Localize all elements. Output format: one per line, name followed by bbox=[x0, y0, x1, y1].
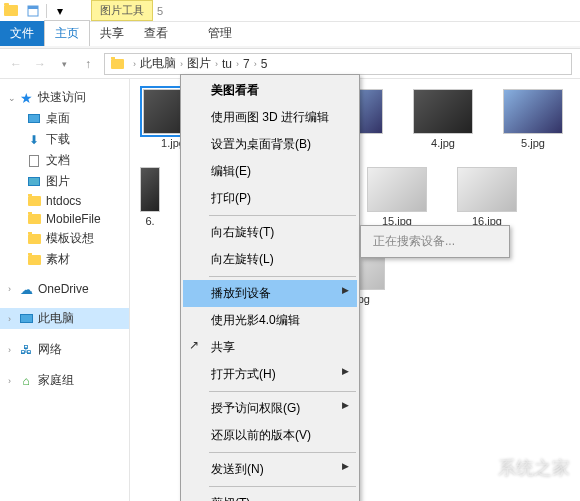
breadcrumb-seg[interactable]: 图片 bbox=[187, 55, 211, 72]
chevron-right-icon: ▶ bbox=[342, 285, 349, 295]
context-submenu: 正在搜索设备... bbox=[360, 225, 510, 258]
tab-view[interactable]: 查看 bbox=[134, 21, 178, 46]
tree-mobilefile[interactable]: MobileFile bbox=[0, 210, 129, 228]
tree-htdocs[interactable]: htdocs bbox=[0, 192, 129, 210]
ribbon-tabs: 文件 主页 共享 查看 管理 bbox=[0, 22, 580, 46]
context-menu: 美图看看 使用画图 3D 进行编辑 设置为桌面背景(B) 编辑(E) 打印(P)… bbox=[180, 74, 360, 501]
ctx-cut[interactable]: 剪切(T) bbox=[183, 490, 357, 501]
recent-dropdown[interactable]: ▾ bbox=[52, 52, 76, 76]
breadcrumb[interactable]: › 此电脑› 图片› tu› 7› 5 bbox=[104, 53, 572, 75]
back-button[interactable]: ← bbox=[4, 52, 28, 76]
ctx-rotate-left[interactable]: 向左旋转(L) bbox=[183, 246, 357, 273]
tree-documents[interactable]: 文档 bbox=[0, 150, 129, 171]
ctx-cast-to-device[interactable]: 播放到设备▶ bbox=[183, 280, 357, 307]
ctx-guangying[interactable]: 使用光影4.0编辑 bbox=[183, 307, 357, 334]
nav-tree: ⌄★快速访问 桌面 ⬇下载 文档 图片 htdocs MobileFile 模板… bbox=[0, 79, 130, 501]
ctx-grant-access[interactable]: 授予访问权限(G)▶ bbox=[183, 395, 357, 422]
file-thumb[interactable]: 6. bbox=[140, 167, 160, 227]
ctx-rotate-right[interactable]: 向右旋转(T) bbox=[183, 219, 357, 246]
tree-pictures[interactable]: 图片 bbox=[0, 171, 129, 192]
file-thumb[interactable]: 5.jpg bbox=[500, 89, 566, 149]
svg-rect-1 bbox=[28, 6, 38, 9]
ctx-restore[interactable]: 还原以前的版本(V) bbox=[183, 422, 357, 449]
file-thumb[interactable]: 4.jpg bbox=[410, 89, 476, 149]
titlebar: ▾ 图片工具 5 bbox=[0, 0, 580, 22]
properties-qat-icon[interactable] bbox=[22, 2, 44, 20]
folder-qat-icon[interactable] bbox=[0, 2, 22, 20]
file-thumb[interactable]: 15.jpg bbox=[364, 167, 430, 227]
ctx-send-to[interactable]: 发送到(N)▶ bbox=[183, 456, 357, 483]
file-thumb[interactable]: 16.jpg bbox=[454, 167, 520, 227]
tree-template[interactable]: 模板设想 bbox=[0, 228, 129, 249]
chevron-right-icon: ▶ bbox=[342, 366, 349, 376]
dropdown-qat-icon[interactable]: ▾ bbox=[49, 2, 71, 20]
tab-file[interactable]: 文件 bbox=[0, 21, 44, 46]
tree-quick-access[interactable]: ⌄★快速访问 bbox=[0, 87, 129, 108]
tree-downloads[interactable]: ⬇下载 bbox=[0, 129, 129, 150]
tree-this-pc[interactable]: ›此电脑 bbox=[0, 308, 129, 329]
window-title: 5 bbox=[153, 5, 167, 17]
ctx-edit[interactable]: 编辑(E) bbox=[183, 158, 357, 185]
tab-share[interactable]: 共享 bbox=[90, 21, 134, 46]
breadcrumb-seg[interactable]: 5 bbox=[261, 57, 268, 71]
breadcrumb-seg[interactable]: 7 bbox=[243, 57, 250, 71]
ctx-open-with[interactable]: 打开方式(H)▶ bbox=[183, 361, 357, 388]
ctx-set-bg[interactable]: 设置为桌面背景(B) bbox=[183, 131, 357, 158]
breadcrumb-seg[interactable]: 此电脑 bbox=[140, 55, 176, 72]
ctx-share[interactable]: ↗共享 bbox=[183, 334, 357, 361]
up-button[interactable]: ↑ bbox=[76, 52, 100, 76]
ctx-print[interactable]: 打印(P) bbox=[183, 185, 357, 212]
share-icon: ↗ bbox=[189, 338, 199, 352]
breadcrumb-seg[interactable]: tu bbox=[222, 57, 232, 71]
tree-onedrive[interactable]: ›☁OneDrive bbox=[0, 280, 129, 298]
ctx-edit-3d[interactable]: 使用画图 3D 进行编辑 bbox=[183, 104, 357, 131]
ctx-meitu[interactable]: 美图看看 bbox=[183, 77, 357, 104]
context-tab-badge: 图片工具 bbox=[91, 0, 153, 21]
tree-desktop[interactable]: 桌面 bbox=[0, 108, 129, 129]
chevron-right-icon: ▶ bbox=[342, 461, 349, 471]
tab-home[interactable]: 主页 bbox=[44, 20, 90, 46]
tree-homegroup[interactable]: ›⌂家庭组 bbox=[0, 370, 129, 391]
tree-material[interactable]: 素材 bbox=[0, 249, 129, 270]
ctx-searching-devices: 正在搜索设备... bbox=[363, 228, 507, 255]
forward-button[interactable]: → bbox=[28, 52, 52, 76]
tab-manage[interactable]: 管理 bbox=[198, 21, 242, 46]
chevron-right-icon: ▶ bbox=[342, 400, 349, 410]
tree-network[interactable]: ›🖧网络 bbox=[0, 339, 129, 360]
